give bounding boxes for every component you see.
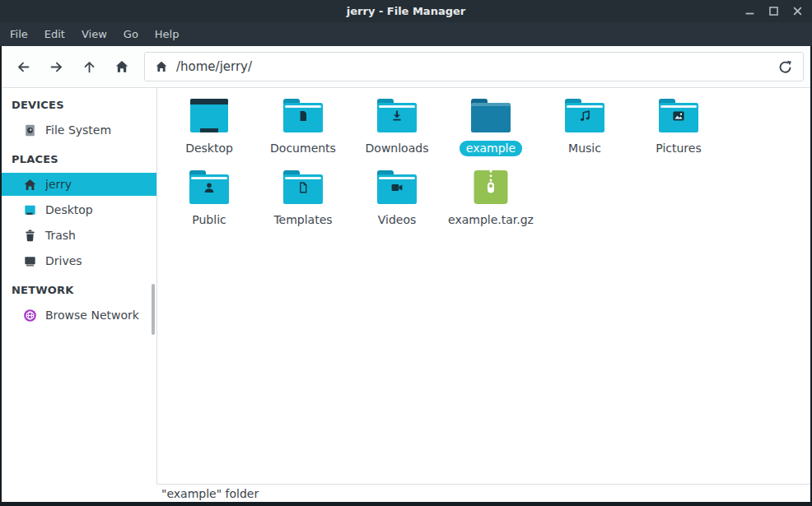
forward-button[interactable] (40, 52, 72, 81)
refresh-button[interactable] (776, 58, 795, 77)
home-icon (23, 178, 37, 192)
up-icon (82, 59, 97, 75)
file-label: Pictures (649, 141, 707, 156)
sidebar-item-browse-network[interactable]: Browse Network (2, 304, 156, 327)
file-item-desktop[interactable]: Desktop (162, 95, 256, 166)
file-label: Public (185, 212, 232, 228)
drives-icon (23, 254, 37, 268)
file-label: Music (562, 141, 608, 156)
folder-plain-icon (471, 98, 511, 134)
statusbar-text: "example" folder (161, 487, 259, 500)
file-item-documents[interactable]: Documents (256, 95, 350, 166)
folder-pictures-icon (659, 98, 698, 134)
window-controls (743, 0, 804, 22)
folder-templates-icon (283, 169, 323, 206)
sidebar-item-label: Desktop (45, 203, 93, 216)
maximize-button[interactable] (767, 5, 780, 18)
sidebar-item-label: Browse Network (45, 309, 139, 322)
maximize-icon (768, 6, 779, 16)
sidebar-item-drives[interactable]: Drives (2, 249, 156, 272)
folder-downloads-icon (377, 98, 417, 134)
sidebar-item-label: Drives (45, 254, 82, 267)
menubar: FileEditViewGoHelp (0, 22, 812, 46)
desktop-icon (23, 203, 37, 217)
file-item-example[interactable]: example (444, 95, 538, 166)
window-title: jerry - File Manager (347, 5, 465, 17)
sidebar-item-label: jerry (45, 178, 72, 191)
sidebar-heading: PLACES (12, 153, 156, 165)
refresh-icon (777, 59, 793, 75)
file-item-public[interactable]: Public (162, 166, 256, 238)
folder-documents-icon (283, 98, 323, 134)
home-icon (114, 59, 129, 74)
up-button[interactable] (72, 52, 105, 81)
file-label: Desktop (179, 141, 240, 156)
sidebar-item-trash[interactable]: Trash (2, 224, 156, 247)
sidebar-section-places: PLACESjerryDesktopTrashDrives (2, 153, 156, 272)
file-item-downloads[interactable]: Downloads (350, 95, 444, 166)
file-item-music[interactable]: Music (538, 95, 632, 166)
minimize-button[interactable] (743, 5, 756, 18)
file-manager-window: jerry - File Manager FileEditViewGoHelp (0, 0, 812, 506)
file-label: Videos (371, 212, 423, 228)
path-text: /home/jerry/ (176, 59, 776, 74)
window-bottom-border (0, 502, 812, 506)
statusbar: "example" folder (156, 485, 810, 502)
file-label: example (460, 141, 522, 156)
file-item-pictures[interactable]: Pictures (632, 95, 726, 166)
toolbar: /home/jerry/ (2, 46, 810, 87)
back-icon (16, 59, 31, 75)
sidebar-section-network: NETWORKBrowse Network (2, 284, 156, 327)
folder-public-icon (189, 169, 229, 206)
back-button[interactable] (7, 52, 40, 81)
titlebar: jerry - File Manager (0, 0, 812, 22)
path-home-icon (155, 60, 168, 73)
file-label: Documents (264, 141, 343, 156)
close-icon (792, 6, 803, 16)
sidebar-item-desktop[interactable]: Desktop (2, 198, 156, 221)
menu-item-go[interactable]: Go (115, 24, 147, 44)
file-label: Templates (267, 212, 338, 228)
forward-icon (49, 59, 64, 75)
menu-item-edit[interactable]: Edit (36, 24, 73, 44)
menu-item-file[interactable]: File (2, 24, 36, 44)
sidebar-heading: NETWORK (12, 284, 156, 296)
file-item-templates[interactable]: Templates (256, 166, 350, 238)
path-bar[interactable]: /home/jerry/ (144, 52, 804, 81)
files-grid: DesktopDocumentsDownloadsexampleMusicPic… (156, 88, 810, 485)
sidebar-scrollbar[interactable] (152, 284, 155, 335)
sidebar: DEVICESFile SystemPLACESjerryDesktopTras… (2, 88, 156, 502)
sidebar-item-file-system[interactable]: File System (2, 118, 156, 142)
sidebar-item-label: File System (45, 123, 111, 137)
menu-item-help[interactable]: Help (147, 24, 188, 44)
sidebar-heading: DEVICES (12, 99, 156, 111)
sidebar-section-devices: DEVICESFile System (2, 99, 156, 142)
file-label: Downloads (359, 141, 436, 156)
menu-item-view[interactable]: View (73, 24, 115, 44)
minimize-icon (744, 6, 755, 16)
sidebar-item-label: Trash (45, 229, 76, 242)
folder-music-icon (565, 98, 604, 134)
trash-icon (23, 229, 37, 243)
archive-icon (471, 169, 511, 206)
home-button[interactable] (105, 52, 138, 81)
sidebar-item-jerry[interactable]: jerry (2, 173, 156, 196)
file-item-example-tar-gz[interactable]: example.tar.gz (444, 166, 538, 238)
desktop-icon (189, 98, 229, 134)
network-icon (23, 309, 37, 323)
file-item-videos[interactable]: Videos (350, 166, 444, 238)
file-label: example.tar.gz (441, 212, 540, 228)
close-button[interactable] (791, 5, 804, 18)
folder-videos-icon (377, 169, 417, 206)
filesystem-icon (23, 123, 37, 137)
